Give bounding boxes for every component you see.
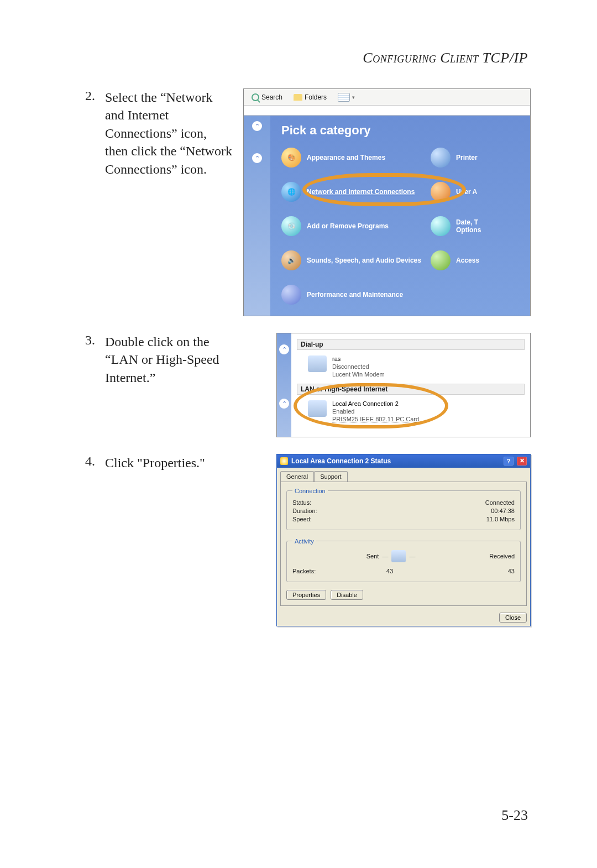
printer-icon xyxy=(431,148,451,168)
packets-sent: 43 xyxy=(386,568,393,574)
received-label: Received xyxy=(489,553,515,560)
disable-button[interactable]: Disable xyxy=(331,590,363,600)
cat-add-remove[interactable]: 💿 Add or Remove Programs xyxy=(281,216,425,236)
lan-header: LAN or High-Speed Internet xyxy=(297,384,525,395)
lan-status: Enabled xyxy=(332,408,419,416)
users-icon xyxy=(431,182,451,202)
page-number: 5-23 xyxy=(501,807,528,824)
sent-label: Sent xyxy=(366,553,379,560)
cat-printers[interactable]: Printer xyxy=(431,148,522,168)
duration-label: Duration: xyxy=(292,508,317,514)
dialog-titlebar: Local Area Connection 2 Status ? ✕ xyxy=(277,454,530,468)
step-number: 4. xyxy=(83,454,105,469)
gauge-icon xyxy=(281,285,301,305)
activity-group: Activity Sent — — Received xyxy=(286,538,521,582)
computers-icon xyxy=(391,550,406,562)
pick-category-title: Pick a category xyxy=(281,123,522,138)
cat-users[interactable]: User A xyxy=(431,182,522,202)
dialup-header: Dial-up xyxy=(297,339,525,350)
connection-legend: Connection xyxy=(292,488,328,494)
search-label: Search xyxy=(261,93,282,101)
packets-recv: 43 xyxy=(508,568,515,574)
step-number: 2. xyxy=(83,88,105,103)
folder-icon xyxy=(294,94,302,101)
dialup-name: ras xyxy=(332,355,385,363)
folders-label: Folders xyxy=(305,93,327,101)
speed-label: Speed: xyxy=(292,516,312,522)
packets-label: Packets: xyxy=(292,568,316,574)
search-icon xyxy=(252,93,259,101)
views-icon xyxy=(338,93,350,102)
close-dialog-button[interactable]: Close xyxy=(499,613,527,623)
palette-icon: 🎨 xyxy=(281,148,301,168)
views-button[interactable]: ▾ xyxy=(334,92,358,103)
accessibility-icon xyxy=(431,250,451,270)
dialup-device: Lucent Win Modem xyxy=(332,371,385,379)
properties-button[interactable]: Properties xyxy=(286,590,326,600)
cat-date[interactable]: Date, T Options xyxy=(431,216,522,236)
sidebar: ⌃ ⌃ xyxy=(277,333,291,437)
nic-icon xyxy=(308,400,327,417)
lan-name: Local Area Connection 2 xyxy=(332,400,419,408)
cat-performance[interactable]: Performance and Maintenance xyxy=(281,285,425,305)
lan-device: PRISM25 IEEE 802.11 PC Card xyxy=(332,416,419,423)
control-panel-screenshot: Search Folders ▾ ⌃ ⌃ xyxy=(243,88,531,316)
network-connections-screenshot: ⌃ ⌃ Dial-up ras Disconnected Lucent Win … xyxy=(276,333,531,437)
step-2: 2. Select the “Network and Internet Conn… xyxy=(83,88,531,316)
cat-sounds[interactable]: 🔊 Sounds, Speech, and Audio Devices xyxy=(281,250,425,270)
disc-icon: 💿 xyxy=(281,216,301,236)
help-button[interactable]: ? xyxy=(504,457,514,466)
dialup-status: Disconnected xyxy=(332,363,385,371)
folders-button[interactable]: Folders xyxy=(290,92,330,102)
step-3: 3. Double click on the “LAN or High-Spee… xyxy=(83,333,531,437)
step-text: Double click on the “LAN or High-Speed I… xyxy=(105,333,232,386)
cat-appearance[interactable]: 🎨 Appearance and Themes xyxy=(281,148,425,168)
dialog-title: Local Area Connection 2 Status xyxy=(291,457,391,465)
page-header: Configuring Client TCP/IP xyxy=(363,50,528,66)
sidebar: ⌃ ⌃ xyxy=(244,116,270,316)
cat-access[interactable]: Access xyxy=(431,250,522,270)
status-value: Connected xyxy=(485,499,515,506)
step-4: 4. Click "Properties." Local Area Connec… xyxy=(83,454,531,626)
collapse-icon[interactable]: ⌃ xyxy=(252,153,262,163)
close-button[interactable]: ✕ xyxy=(517,457,527,466)
tab-support[interactable]: Support xyxy=(314,471,348,482)
calendar-icon xyxy=(431,216,451,236)
dialup-item[interactable]: ras Disconnected Lucent Win Modem xyxy=(297,352,525,381)
collapse-icon[interactable]: ⌃ xyxy=(252,121,262,131)
step-text: Select the “Network and Internet Connect… xyxy=(105,88,232,178)
connection-icon xyxy=(280,457,288,465)
step-text: Click "Properties." xyxy=(105,454,232,472)
status-dialog: Local Area Connection 2 Status ? ✕ Gener… xyxy=(276,454,531,626)
search-button[interactable]: Search xyxy=(248,92,286,102)
status-label: Status: xyxy=(292,499,311,506)
chevron-down-icon: ▾ xyxy=(352,95,355,100)
step-number: 3. xyxy=(83,333,105,348)
activity-legend: Activity xyxy=(292,538,316,545)
connection-group: Connection Status: Connected Duration: 0… xyxy=(286,488,521,530)
speaker-icon: 🔊 xyxy=(281,250,301,270)
lan-item[interactable]: Local Area Connection 2 Enabled PRISM25 … xyxy=(297,397,525,426)
duration-value: 00:47:38 xyxy=(491,508,515,514)
collapse-icon[interactable]: ⌃ xyxy=(279,399,289,409)
globe-icon: 🌐 xyxy=(281,182,301,202)
speed-value: 11.0 Mbps xyxy=(486,516,515,522)
tab-general[interactable]: General xyxy=(280,471,314,482)
collapse-icon[interactable]: ⌃ xyxy=(279,344,289,354)
modem-icon xyxy=(308,355,327,372)
cat-network[interactable]: 🌐 Network and Internet Connections xyxy=(281,182,425,202)
